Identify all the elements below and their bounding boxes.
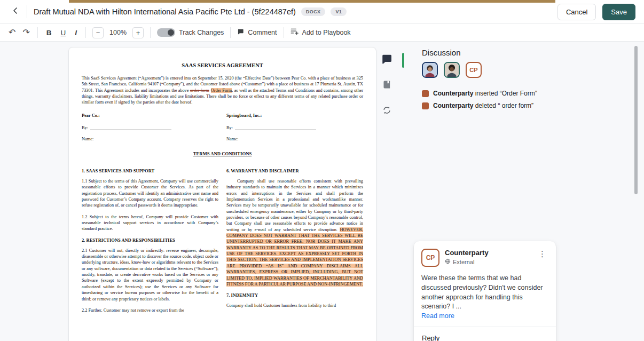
highlighted-text: HOWEVER, COMPANY DOES NOT WARRANT THAT T… — [226, 227, 363, 287]
comment-icon — [237, 28, 244, 37]
document-paragraph: Company shall use reasonable efforts con… — [226, 178, 363, 287]
comment-label: Comment — [248, 29, 277, 36]
document-title: SAAS SERVICES AGREEMENT — [82, 62, 363, 68]
kebab-menu-icon[interactable]: ⋮ — [536, 249, 548, 259]
party-name: Pear Co.: — [82, 113, 218, 118]
signature-line — [90, 126, 171, 130]
zoom-in-button[interactable]: + — [132, 27, 144, 38]
section-heading: 2. RESTRICTIONS AND RESPONSIBILITIES — [82, 237, 218, 243]
name-label: Name: — [226, 137, 363, 141]
redo-icon[interactable]: ↷ — [21, 28, 30, 37]
document-paragraph: 1.1 Subject to the terms of this Agreeme… — [82, 178, 218, 209]
zoom-out-button[interactable]: − — [92, 27, 104, 38]
document-column-left: 1. SAAS SERVICES AND SUPPORT 1.1 Subject… — [82, 164, 218, 319]
change-entry: Counterparty inserted “Order Form” — [422, 90, 625, 97]
counterparty-color-swatch — [422, 90, 429, 97]
counterparty-avatar: CP — [466, 62, 482, 78]
add-to-playbook-label: Add to Playbook — [302, 29, 351, 36]
deleted-text: order form — [190, 88, 209, 93]
document-paragraph: 2.1 Customer will not, directly or indir… — [82, 248, 218, 302]
bold-button[interactable]: B — [44, 29, 54, 37]
comment-button[interactable]: Comment — [237, 28, 277, 37]
avatar — [444, 62, 460, 78]
track-changes-control: Track Changes — [157, 28, 224, 37]
document-page[interactable]: SAAS SERVICES AGREEMENT This SaaS Servic… — [68, 47, 376, 341]
underline-button[interactable]: U — [59, 29, 68, 37]
by-label: By: — [226, 125, 233, 130]
avatar — [422, 62, 438, 78]
participant-avatars: CP — [422, 62, 625, 78]
discussion-heading: Discussion — [422, 48, 625, 57]
divider — [37, 27, 38, 38]
zoom-level: 100% — [109, 29, 127, 36]
comment-author: Counterparty — [445, 249, 489, 257]
comment-text: Were these the terms that we had discuss… — [421, 274, 548, 312]
add-to-playbook-icon — [290, 28, 299, 37]
document-paragraph: 1.2 Subject to the terms hereof, Company… — [82, 214, 218, 232]
document-intro-paragraph: This SaaS Services Agreement (“Agreement… — [82, 75, 363, 106]
document-paragraph: 2.2 Further, Customer may not remove or … — [82, 307, 218, 313]
discussion-panel: Discussion CP Counterparty inserted “Ord… — [422, 48, 625, 109]
globe-icon — [445, 258, 451, 265]
section-heading: 7. INDEMNITY — [226, 292, 363, 298]
italic-button[interactable]: I — [73, 29, 79, 37]
content-area: SAAS SERVICES AGREEMENT This SaaS Servic… — [0, 42, 644, 341]
track-changes-label: Track Changes — [179, 29, 224, 36]
header: Draft Mutual NDA with Hilton Internation… — [0, 0, 644, 24]
add-to-playbook-button[interactable]: Add to Playbook — [290, 28, 351, 37]
comments-tab-button[interactable] — [381, 54, 392, 66]
chevron-left-icon — [11, 6, 20, 17]
signature-block: Pear Co.: By: Name: Springboard, Inc.: B… — [82, 113, 363, 141]
divider — [284, 27, 284, 38]
sync-button[interactable] — [382, 105, 392, 117]
inserted-text: Order Form — [211, 88, 232, 93]
comment-card: CP Counterparty External ⋮ Were these th… — [414, 241, 556, 341]
sync-icon — [382, 105, 392, 117]
back-button[interactable] — [9, 5, 22, 19]
section-heading: 6. WARRANTY AND DISCLAIMER — [226, 168, 363, 173]
section-heading: 1. SAAS SERVICES AND SUPPORT — [82, 168, 218, 173]
toolbar: ↶ ↷ B U I − 100% + Track Changes Comment… — [0, 24, 644, 42]
divider — [85, 27, 86, 38]
by-label: By: — [82, 125, 88, 130]
change-entry: Counterparty deleted “ order form” — [422, 102, 625, 109]
terms-heading: TERMS AND CONDITIONS — [82, 151, 363, 156]
document-column-right: 6. WARRANTY AND DISCLAIMER Company shall… — [226, 164, 363, 319]
reply-button[interactable]: Reply — [414, 327, 556, 341]
name-label: Name: — [82, 137, 218, 141]
side-rail — [380, 54, 394, 117]
book-icon — [382, 80, 391, 91]
counterparty-avatar: CP — [421, 249, 439, 267]
save-button[interactable]: Save — [602, 4, 635, 20]
change-log: Counterparty inserted “Order Form” Count… — [422, 90, 625, 109]
active-tab-indicator — [402, 53, 404, 68]
version-badge: V1 — [331, 7, 347, 16]
divider — [27, 5, 27, 18]
page-title: Draft Mutual NDA with Hilton Internation… — [34, 7, 296, 16]
comment-bubble-icon — [381, 54, 392, 66]
divider — [230, 27, 231, 38]
document-paragraph: Company shall hold Customer harmless fro… — [226, 303, 363, 308]
track-changes-toggle[interactable] — [157, 28, 175, 37]
counterparty-color-swatch — [422, 102, 429, 109]
divider — [150, 27, 151, 38]
party-name: Springboard, Inc.: — [226, 113, 363, 118]
read-more-link[interactable]: Read more — [421, 312, 548, 320]
external-label: External — [453, 259, 474, 265]
scrollbar-thumb[interactable] — [634, 46, 638, 194]
top-accent-bar — [69, 0, 555, 3]
undo-icon[interactable]: ↶ — [7, 28, 17, 37]
filetype-badge: DOCX — [301, 7, 326, 16]
cancel-button[interactable]: Cancel — [557, 4, 596, 20]
playbook-tab-button[interactable] — [382, 80, 391, 91]
signature-line — [235, 126, 316, 130]
